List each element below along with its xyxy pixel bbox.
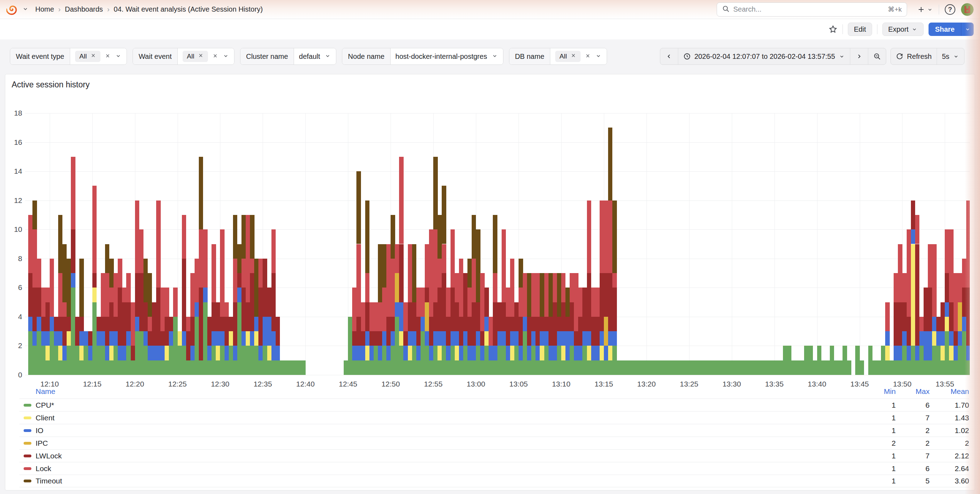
remove-value-icon[interactable] bbox=[198, 52, 204, 60]
share-button[interactable]: Share bbox=[929, 22, 961, 36]
help-icon[interactable]: ? bbox=[945, 4, 955, 15]
bar-segment-io bbox=[549, 346, 553, 360]
bar-segment-cpu bbox=[455, 361, 459, 375]
bar-segment-io bbox=[207, 346, 212, 360]
bar-segment-client bbox=[267, 346, 271, 360]
legend-series-name[interactable]: Timeout bbox=[19, 477, 864, 485]
filter-value[interactable]: All bbox=[550, 48, 607, 65]
bar-segment-lwlock bbox=[118, 288, 122, 346]
legend-series-name[interactable]: Client bbox=[19, 414, 864, 422]
bar-segment-io bbox=[894, 346, 898, 360]
edit-button[interactable]: Edit bbox=[848, 22, 872, 36]
chevron-down-icon[interactable] bbox=[115, 52, 122, 60]
search-box[interactable]: ⌘+k bbox=[717, 2, 907, 17]
bar-segment-io bbox=[233, 346, 237, 360]
remove-value-icon[interactable] bbox=[90, 52, 96, 60]
legend-header-name[interactable]: Name bbox=[19, 387, 864, 396]
filter-chip[interactable]: All bbox=[555, 51, 581, 62]
bar-segment-cpu bbox=[561, 361, 565, 375]
legend-series-name[interactable]: LWLock bbox=[19, 452, 864, 460]
legend-header-mean[interactable]: Mean bbox=[929, 387, 969, 396]
filter-chip[interactable]: All bbox=[183, 51, 208, 62]
bar-segment-cpu bbox=[536, 361, 540, 375]
bar-segment-timeout bbox=[433, 157, 438, 229]
legend-series-name[interactable]: CPU* bbox=[19, 401, 864, 410]
bar-segment-cpu bbox=[237, 302, 242, 375]
bar-segment-io bbox=[88, 346, 92, 360]
bar-segment-lock bbox=[365, 273, 369, 302]
legend-series-name[interactable]: IO bbox=[19, 426, 864, 435]
bar-segment-client bbox=[67, 331, 71, 346]
bar-segment-lock bbox=[139, 229, 143, 273]
filter-chip[interactable]: All bbox=[75, 51, 100, 62]
clear-all-icon[interactable] bbox=[105, 53, 111, 60]
grafana-logo[interactable] bbox=[6, 3, 18, 16]
clear-all-icon[interactable] bbox=[585, 53, 591, 60]
bar-segment-client bbox=[911, 244, 915, 346]
bar-segment-cpu bbox=[860, 361, 864, 375]
bar-segment-timeout bbox=[608, 127, 612, 200]
time-range-picker[interactable]: 2026-02-04 12:07:07 to 2026-02-04 13:57:… bbox=[678, 48, 850, 65]
bar-segment-io bbox=[416, 346, 420, 360]
bar-segment-cpu bbox=[600, 361, 604, 375]
bar-segment-cpu bbox=[32, 346, 37, 375]
bar-segment-io bbox=[438, 331, 442, 346]
y-gridline bbox=[25, 375, 970, 375]
legend-series-name[interactable]: Lock bbox=[19, 464, 864, 473]
export-button[interactable]: Export bbox=[882, 22, 924, 36]
breadcrumb-item[interactable]: Dashboards bbox=[65, 5, 103, 13]
refresh-interval-select[interactable]: 5s bbox=[937, 48, 964, 65]
star-icon[interactable] bbox=[829, 25, 838, 34]
bar-segment-io bbox=[28, 317, 32, 331]
bar-segment-cpu bbox=[50, 331, 54, 375]
breadcrumb-item[interactable]: Home bbox=[35, 5, 54, 13]
bar-segment-client bbox=[932, 331, 936, 346]
bar-segment-lwlock bbox=[186, 331, 190, 361]
filter-value[interactable]: host-docker-internal-postgres bbox=[391, 48, 503, 65]
y-axis-label: 18 bbox=[7, 109, 22, 118]
bar-segment-cpu bbox=[493, 361, 497, 375]
filter-value[interactable]: default bbox=[294, 48, 336, 65]
time-shift-forward-button[interactable] bbox=[850, 48, 868, 65]
legend-header-max[interactable]: Max bbox=[896, 387, 929, 396]
filter-chip-text: All bbox=[560, 52, 567, 60]
bar-segment-io bbox=[408, 331, 412, 346]
avatar[interactable] bbox=[961, 3, 974, 16]
search-input[interactable] bbox=[733, 5, 884, 13]
add-new-button[interactable] bbox=[917, 5, 933, 14]
bar-segment-io bbox=[258, 346, 262, 360]
time-shift-back-button[interactable] bbox=[660, 48, 678, 65]
zoom-out-icon[interactable] bbox=[868, 48, 886, 65]
share-menu-chevron-icon[interactable] bbox=[961, 22, 974, 36]
bar-segment-cpu bbox=[224, 361, 229, 375]
bar-segment-io bbox=[182, 331, 186, 346]
bar-segment-io bbox=[169, 331, 173, 346]
legend-row: CPU*161.70 bbox=[19, 399, 969, 411]
x-gridline bbox=[860, 113, 860, 375]
chevron-down-icon[interactable] bbox=[595, 52, 602, 60]
bar-segment-lwlock bbox=[75, 317, 79, 346]
bar-segment-io bbox=[480, 346, 484, 360]
remove-value-icon[interactable] bbox=[570, 52, 576, 60]
bar-segment-lwlock bbox=[442, 273, 446, 331]
bar-segment-io bbox=[271, 331, 276, 361]
panel-title[interactable]: Active session history bbox=[12, 80, 89, 89]
legend-series-name[interactable]: IPC bbox=[19, 439, 864, 448]
bar-segment-cpu bbox=[514, 346, 519, 375]
toolbar-divider bbox=[877, 24, 877, 34]
chevron-down-icon[interactable] bbox=[492, 52, 498, 60]
clear-all-icon[interactable] bbox=[212, 53, 218, 60]
org-switcher-chevron-icon[interactable] bbox=[22, 5, 29, 14]
bar-segment-lock bbox=[898, 244, 902, 302]
chevron-down-icon[interactable] bbox=[324, 52, 331, 60]
legend-header-min[interactable]: Min bbox=[864, 387, 896, 396]
plot-area[interactable]: 02468101214161812:1012:1512:2012:2512:30… bbox=[25, 113, 970, 375]
bar-segment-lwlock bbox=[212, 302, 216, 332]
filter-value[interactable]: All bbox=[70, 48, 127, 65]
chevron-down-icon[interactable] bbox=[223, 52, 229, 60]
filter-value[interactable]: All bbox=[178, 48, 234, 65]
bar-segment-io bbox=[135, 317, 139, 331]
bar-segment-lwlock bbox=[41, 317, 46, 331]
refresh-button[interactable]: Refresh bbox=[891, 48, 937, 65]
bar-segment-io bbox=[105, 346, 109, 360]
